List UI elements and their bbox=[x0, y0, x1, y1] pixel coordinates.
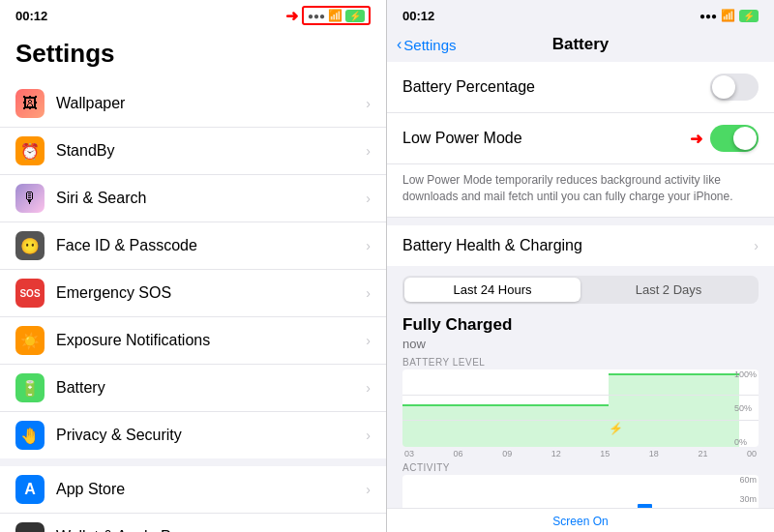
privacy-chevron: › bbox=[366, 428, 371, 443]
activity-chart-label: ACTIVITY bbox=[402, 462, 759, 473]
settings-panel: 00:12 ➜ ●●● 📶 ⚡ Settings 🖼 Wallpaper › bbox=[0, 0, 387, 532]
left-time: 00:12 bbox=[15, 9, 47, 23]
chart-fill-low bbox=[402, 404, 609, 447]
faceid-chevron: › bbox=[366, 238, 371, 253]
chart-y-50: 50% bbox=[734, 403, 757, 413]
settings-section-1: 🖼 Wallpaper › ⏰ StandBy › 🎙 Siri & Searc… bbox=[0, 80, 386, 458]
appstore-icon: A bbox=[15, 475, 45, 504]
privacy-icon: 🤚 bbox=[15, 421, 45, 450]
left-status-bar: 00:12 ➜ ●●● 📶 ⚡ bbox=[0, 0, 386, 31]
low-power-toggle[interactable] bbox=[710, 125, 759, 152]
x-label-00: 00 bbox=[747, 449, 757, 458]
appstore-label: App Store bbox=[56, 481, 366, 498]
right-battery-icon: ⚡ bbox=[739, 10, 759, 22]
battery-chart: ⚡ 100% 50% 0% bbox=[402, 369, 759, 447]
battery-percentage-toggle[interactable] bbox=[710, 74, 759, 101]
lightning-icon: ⚡ bbox=[609, 422, 623, 435]
settings-row-privacy[interactable]: 🤚 Privacy & Security › bbox=[0, 412, 386, 458]
low-power-label: Low Power Mode bbox=[402, 130, 690, 147]
standby-icon: ⏰ bbox=[15, 136, 45, 165]
emergencysos-icon: SOS bbox=[15, 279, 45, 308]
settings-row-standby[interactable]: ⏰ StandBy › bbox=[0, 128, 386, 175]
wallpaper-icon: 🖼 bbox=[15, 89, 45, 118]
x-label-18: 18 bbox=[649, 449, 659, 458]
appstore-chevron: › bbox=[366, 482, 371, 497]
tab-24h[interactable]: Last 24 Hours bbox=[404, 278, 580, 302]
faceid-label: Face ID & Passcode bbox=[56, 237, 366, 254]
red-arrow-toggle: ➜ bbox=[690, 130, 702, 148]
battery-icon: 🔋 bbox=[15, 373, 45, 402]
right-nav: ‹ Settings Battery bbox=[387, 31, 774, 62]
battery-chevron: › bbox=[366, 380, 371, 396]
activity-y-30: 30m bbox=[739, 494, 757, 504]
battery-level-section: BATTERY LEVEL ⚡ 100% 50% 0% 03 06 bbox=[387, 357, 774, 532]
x-label-15: 15 bbox=[600, 449, 610, 458]
low-power-description: Low Power Mode temporarily reduces backg… bbox=[387, 164, 774, 218]
settings-row-appstore[interactable]: A App Store › bbox=[0, 466, 386, 514]
left-status-icons: ➜ ●●● 📶 ⚡ bbox=[285, 6, 371, 25]
back-button[interactable]: ‹ Settings bbox=[397, 36, 457, 53]
time-tabs: Last 24 Hours Last 2 Days bbox=[402, 276, 759, 304]
standby-label: StandBy bbox=[56, 142, 366, 160]
battery-health-label: Battery Health & Charging bbox=[402, 237, 754, 254]
battery-options-card: Battery Percentage Low Power Mode ➜ Low … bbox=[387, 62, 774, 218]
charge-status: Fully Charged bbox=[387, 310, 774, 337]
faceid-icon: 😶 bbox=[15, 231, 45, 260]
grid-line-top bbox=[402, 395, 759, 396]
right-signal-icon: ●●● bbox=[700, 11, 717, 21]
settings-section-2: A App Store › 💳 Wallet & Apple Pay › bbox=[0, 466, 386, 532]
battery-status-icon: ⚡ bbox=[345, 10, 365, 22]
battery-label: Battery bbox=[56, 379, 366, 397]
activity-y-60: 60m bbox=[739, 475, 757, 485]
settings-row-wallet[interactable]: 💳 Wallet & Apple Pay › bbox=[0, 514, 386, 532]
battery-percentage-row: Battery Percentage bbox=[387, 62, 774, 113]
chart-y-100: 100% bbox=[734, 369, 757, 379]
emergencysos-label: Emergency SOS bbox=[56, 284, 366, 302]
settings-row-faceid[interactable]: 😶 Face ID & Passcode › bbox=[0, 222, 386, 270]
screen-on-label: Screen On bbox=[552, 515, 608, 528]
x-label-21: 21 bbox=[698, 449, 707, 458]
battery-percentage-label: Battery Percentage bbox=[402, 78, 710, 96]
chart-x-labels: 03 06 09 12 15 18 21 00 bbox=[402, 449, 759, 458]
settings-row-emergencysos[interactable]: SOS Emergency SOS › bbox=[0, 270, 386, 317]
settings-row-siri[interactable]: 🎙 Siri & Search › bbox=[0, 175, 386, 222]
wallet-icon: 💳 bbox=[15, 522, 45, 532]
siri-icon: 🎙 bbox=[15, 184, 45, 213]
tab-2d[interactable]: Last 2 Days bbox=[580, 278, 757, 302]
settings-row-exposure[interactable]: ☀️ Exposure Notifications › bbox=[0, 317, 386, 365]
back-label: Settings bbox=[403, 37, 456, 53]
battery-page-title: Battery bbox=[552, 35, 610, 54]
x-label-12: 12 bbox=[551, 449, 561, 458]
exposure-icon: ☀️ bbox=[15, 326, 45, 355]
screen-on-bar: Screen On bbox=[387, 508, 774, 532]
battery-health-row[interactable]: Battery Health & Charging › bbox=[387, 225, 774, 266]
x-label-03: 03 bbox=[404, 449, 414, 458]
right-status-icons: ●●● 📶 ⚡ bbox=[700, 9, 759, 22]
red-arrow-left: ➜ bbox=[285, 7, 298, 25]
settings-row-wallpaper[interactable]: 🖼 Wallpaper › bbox=[0, 80, 386, 128]
battery-chart-label: BATTERY LEVEL bbox=[402, 357, 759, 368]
low-power-row: Low Power Mode ➜ bbox=[387, 113, 774, 164]
settings-row-battery[interactable]: ➜ 🔋 Battery › bbox=[0, 365, 386, 412]
right-status-bar: 00:12 ●●● 📶 ⚡ bbox=[387, 0, 774, 31]
x-label-06: 06 bbox=[454, 449, 463, 458]
exposure-label: Exposure Notifications bbox=[56, 332, 366, 349]
signal-box: ●●● 📶 ⚡ bbox=[302, 6, 371, 25]
charge-time: now bbox=[387, 337, 774, 357]
wifi-icon: 📶 bbox=[328, 9, 342, 22]
wallpaper-label: Wallpaper bbox=[56, 95, 366, 112]
chart-y-labels: 100% 50% 0% bbox=[734, 369, 757, 447]
battery-panel: 00:12 ●●● 📶 ⚡ ‹ Settings Battery Battery… bbox=[387, 0, 774, 532]
toggle-knob-percentage bbox=[712, 75, 735, 99]
siri-chevron: › bbox=[366, 191, 371, 206]
settings-title: Settings bbox=[0, 31, 386, 80]
wallpaper-chevron: › bbox=[366, 96, 371, 111]
settings-list: 🖼 Wallpaper › ⏰ StandBy › 🎙 Siri & Searc… bbox=[0, 80, 386, 532]
right-wifi-icon: 📶 bbox=[721, 9, 735, 22]
wallet-label: Wallet & Apple Pay bbox=[56, 528, 366, 532]
siri-label: Siri & Search bbox=[56, 190, 366, 207]
privacy-label: Privacy & Security bbox=[56, 427, 366, 444]
chart-y-0: 0% bbox=[734, 437, 757, 447]
back-chevron-icon: ‹ bbox=[397, 36, 402, 53]
right-time: 00:12 bbox=[402, 9, 434, 23]
